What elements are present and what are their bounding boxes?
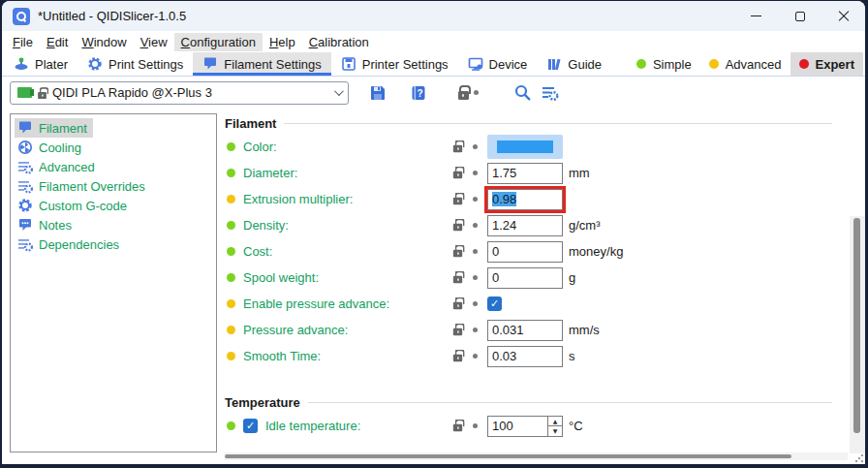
resize-grip[interactable]	[854, 453, 863, 462]
tab-label: Printer Settings	[362, 57, 449, 72]
revert-dot-icon	[473, 423, 478, 428]
tab-label: Plater	[35, 57, 68, 72]
setting-spinner[interactable]: 100 ▲ ▼	[487, 416, 563, 437]
maximize-button[interactable]	[778, 1, 822, 31]
lock-preset-button[interactable]	[450, 85, 476, 100]
setting-label: Spool weight:	[243, 270, 319, 285]
setting-checkbox[interactable]: ✓	[487, 296, 502, 311]
app-logo-icon	[13, 8, 30, 25]
menu-item-window[interactable]: Window	[75, 33, 133, 51]
menu-item-configuration[interactable]: Configuration	[174, 33, 263, 51]
horizontal-scrollbar[interactable]	[225, 452, 848, 460]
setting-input[interactable]: 0.03	[487, 346, 563, 367]
lock-icon[interactable]	[453, 302, 462, 310]
horizontal-scrollbar-thumb[interactable]	[225, 454, 791, 458]
lock-icon[interactable]	[453, 250, 462, 258]
tab-guide[interactable]: Guide	[537, 52, 611, 76]
spinner-value[interactable]: 100	[488, 417, 547, 436]
preset-help-button[interactable]: ?	[406, 84, 431, 102]
lock-icon[interactable]	[453, 355, 462, 362]
menu-item-help[interactable]: Help	[263, 33, 302, 51]
maximize-icon	[795, 12, 805, 21]
setting-label: Density:	[243, 218, 289, 233]
vertical-scrollbar[interactable]	[850, 216, 865, 453]
mode-advanced[interactable]: Advanced	[700, 52, 790, 76]
title-bar[interactable]: *Untitled - QIDISlicer-1.0.5	[2, 1, 865, 31]
menu-item-view[interactable]: View	[134, 33, 174, 51]
minimize-button[interactable]	[734, 1, 778, 31]
search-button[interactable]	[510, 83, 535, 102]
settings-category-tree: Filament Cooling Advanced Filament Overr…	[10, 113, 217, 452]
color-swatch-button[interactable]	[487, 135, 563, 159]
sidebar-item-cooling[interactable]: Cooling	[15, 138, 87, 157]
section-title: Filament	[225, 116, 832, 131]
setting-label: Idle temperature:	[265, 419, 360, 433]
menu-item-calibration[interactable]: Calibration	[302, 33, 376, 51]
vertical-scrollbar-thumb[interactable]	[853, 218, 860, 433]
lock-icon[interactable]	[453, 328, 462, 336]
unit-label: money/kg	[569, 244, 623, 259]
sidebar-item-label: Notes	[39, 218, 72, 233]
tab-printer-settings[interactable]: Printer Settings	[331, 52, 458, 76]
setting-row-extrusion-multiplier: Extrusion multiplier: 0.98	[225, 186, 832, 212]
tab-label: Filament Settings	[224, 57, 321, 72]
menu-item-file[interactable]: File	[6, 33, 40, 51]
unit-label: s	[569, 349, 575, 363]
option-mode-dot	[227, 169, 235, 177]
lock-icon[interactable]	[453, 172, 462, 179]
tab-print-settings[interactable]: Print Settings	[78, 52, 193, 76]
lock-icon[interactable]	[453, 224, 462, 232]
section-title: Temperature	[225, 395, 832, 410]
spinner-down-button[interactable]: ▼	[548, 425, 562, 436]
preset-combobox[interactable]: QIDI PLA Rapido @X-Plus 3	[10, 81, 349, 105]
setting-input[interactable]: 1.75	[487, 163, 563, 184]
revert-dot-icon	[473, 223, 478, 228]
lock-icon[interactable]	[453, 145, 462, 153]
setting-label: Smooth Time:	[243, 349, 321, 363]
help-icon: ?	[410, 84, 427, 102]
lock-icon[interactable]	[453, 424, 462, 432]
sidebar-item-filament-overrides[interactable]: Filament Overrides	[15, 176, 151, 196]
setting-input[interactable]: 0	[487, 267, 563, 289]
revert-dot-icon	[474, 90, 479, 95]
mode-expert[interactable]: Expert	[790, 52, 863, 76]
setting-input[interactable]: 0	[487, 241, 563, 263]
setting-input[interactable]: 1.24	[487, 215, 563, 236]
color-swatch	[497, 140, 553, 153]
compare-presets-button[interactable]	[537, 83, 562, 102]
tab-plater[interactable]: Plater	[4, 52, 78, 76]
sidebar-item-advanced[interactable]: Advanced	[15, 157, 101, 176]
setting-input[interactable]: 0.031	[487, 320, 563, 341]
setting-checkbox[interactable]: ✓	[243, 419, 258, 433]
mode-selector: Simple Advanced Expert	[628, 52, 865, 76]
tab-label: Print Settings	[108, 57, 183, 72]
lock-icon[interactable]	[453, 276, 462, 284]
sidebar-item-filament[interactable]: Filament	[15, 118, 93, 138]
mode-simple[interactable]: Simple	[628, 52, 700, 76]
guide-icon	[546, 56, 562, 72]
setting-row-density: Density: 1.24 g/cm³	[225, 212, 832, 238]
sidebar-item-custom-g-code[interactable]: Custom G-code	[15, 196, 133, 215]
spinner-up-button[interactable]: ▲	[548, 417, 562, 426]
close-button[interactable]	[822, 1, 865, 31]
tab-device[interactable]: Device	[458, 52, 538, 76]
setting-row-color: Color:	[225, 134, 832, 160]
preset-lock-icon	[38, 92, 46, 99]
tab-filament-settings[interactable]: Filament Settings	[193, 52, 330, 76]
sidebar-item-dependencies[interactable]: Dependencies	[15, 234, 125, 254]
lock-icon[interactable]	[453, 198, 462, 205]
preset-bar: QIDI PLA Rapido @X-Plus 3 ?	[2, 77, 865, 109]
revert-dot-icon	[473, 249, 478, 254]
tab-bar: Plater Print Settings Filament Settings …	[2, 52, 865, 77]
revert-dot-icon	[473, 275, 478, 280]
printer-icon	[341, 56, 356, 72]
setting-input[interactable]: 0.98	[487, 189, 563, 210]
unit-label: °C	[569, 419, 583, 433]
revert-dot-icon	[473, 197, 478, 202]
revert-dot-icon	[473, 354, 478, 359]
sliders-gear-icon	[17, 236, 33, 252]
menu-item-edit[interactable]: Edit	[40, 33, 75, 51]
revert-dot-icon	[473, 301, 478, 306]
save-preset-button[interactable]	[365, 84, 390, 102]
sidebar-item-notes[interactable]: Notes	[15, 215, 78, 234]
